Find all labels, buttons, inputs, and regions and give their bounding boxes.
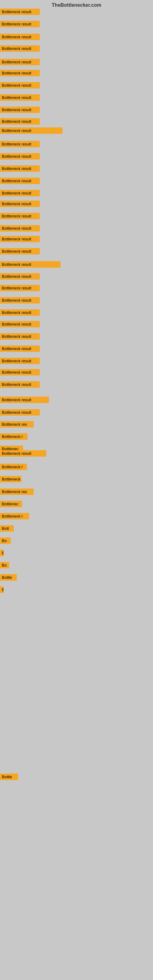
- bottleneck-result-item: Bottleneck result: [0, 450, 46, 457]
- bottleneck-result-item: Bottleneck result: [0, 236, 40, 242]
- bottleneck-result-item: Bottleneck result: [0, 141, 40, 147]
- bottleneck-result-item: Bottleneck result: [0, 34, 40, 40]
- bottleneck-result-item: Bottleneck result: [0, 309, 40, 316]
- bottleneck-result-item: Bottleneck result: [0, 396, 49, 403]
- bottleneck-result-item: Bottleneck res: [0, 488, 33, 495]
- bottleneck-result-item: Bottleneck result: [0, 70, 40, 76]
- bottleneck-result-item: B: [0, 587, 4, 593]
- bottleneck-result-item: Bottleneck result: [0, 248, 40, 255]
- bottleneck-result-item: Bottleneck res: [0, 421, 33, 428]
- bottleneck-result-item: Bottleneck result: [0, 82, 40, 89]
- bottleneck-result-item: Bottleneck result: [0, 213, 40, 219]
- bottleneck-result-item: Bottleneck result: [0, 409, 40, 415]
- bottleneck-result-item: Bottlenec: [0, 501, 22, 507]
- bottleneck-result-item: Bo: [0, 538, 11, 544]
- bottleneck-result-item: B: [0, 550, 4, 556]
- bottleneck-result-item: Bottleneck result: [0, 178, 40, 184]
- bottleneck-result-item: Bottleneck result: [0, 285, 40, 291]
- bottleneck-result-item: Bottleneck result: [0, 190, 40, 196]
- bottleneck-result-item: Bottleneck r: [0, 513, 29, 519]
- bottleneck-result-item: Bottleneck result: [0, 225, 40, 232]
- bottleneck-result-item: Bottleneck result: [0, 297, 40, 304]
- bottleneck-result-item: Bottleneck result: [0, 273, 40, 280]
- bottleneck-result-item: Bottleneck result: [0, 345, 40, 352]
- bottleneck-result-item: Bottleneck result: [0, 21, 40, 27]
- bottleneck-result-item: Bottleneck result: [0, 9, 40, 15]
- bottleneck-result-item: Bottleneck result: [0, 369, 40, 375]
- bottleneck-result-item: Bottleneck: [0, 476, 21, 482]
- bottleneck-result-item: Bottle: [0, 574, 17, 581]
- bottleneck-result-item: Bottleneck result: [0, 200, 40, 207]
- bottleneck-result-item: Bottleneck result: [0, 333, 40, 340]
- bottleneck-result-item: Bottleneck result: [0, 107, 40, 113]
- bottleneck-result-item: Bottleneck result: [0, 165, 40, 172]
- bottleneck-result-item: Bottleneck result: [0, 321, 40, 328]
- bottleneck-result-item: Bottleneck result: [0, 59, 40, 65]
- bottleneck-result-item: Bottleneck result: [0, 45, 40, 52]
- bottleneck-result-item: Bottleneck result: [0, 153, 40, 159]
- bottleneck-result-item: Bottleneck r: [0, 464, 27, 470]
- bottleneck-result-item: Bottleneck result: [0, 127, 62, 134]
- bottleneck-result-item: Bottleneck result: [0, 118, 40, 125]
- bottleneck-result-item: Bottleneck r: [0, 433, 27, 440]
- site-title: TheBottlenecker.com: [0, 0, 153, 9]
- bottleneck-result-item: Bottleneck result: [0, 94, 40, 101]
- bottleneck-result-item: Bottleneck result: [0, 358, 40, 364]
- bottleneck-result-item: Bottleneck result: [0, 381, 40, 388]
- bottleneck-result-item: Bo: [0, 562, 9, 568]
- bottleneck-result-item: Bott: [0, 525, 14, 531]
- bottleneck-result-item: Bottleneck result: [0, 261, 61, 268]
- bottleneck-result-item: Bottle: [0, 773, 18, 780]
